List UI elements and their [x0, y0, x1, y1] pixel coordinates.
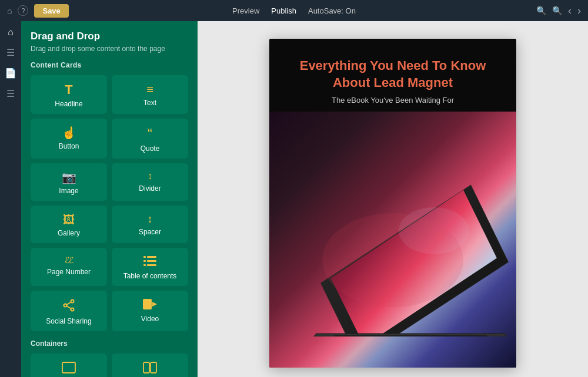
svg-rect-11: [143, 299, 152, 309]
svg-rect-2: [143, 260, 146, 262]
back-icon[interactable]: ‹: [568, 5, 572, 17]
card-divider[interactable]: ↕ Divider: [112, 163, 188, 201]
page-preview: Everything You Need To Know About Lead M…: [269, 39, 516, 368]
card-video[interactable]: Video: [112, 291, 188, 331]
rail-page-icon[interactable]: 📄: [5, 68, 16, 79]
svg-rect-15: [151, 362, 156, 373]
sidebar: Drag and Drop Drag and drop some content…: [21, 21, 198, 377]
card-headline[interactable]: T Headline: [31, 75, 107, 114]
svg-line-10: [66, 306, 71, 309]
svg-rect-3: [147, 260, 156, 262]
cover-subtitle: The eBook You've Been Waiting For: [286, 96, 500, 105]
svg-point-7: [64, 304, 67, 307]
svg-rect-13: [62, 362, 75, 373]
card-spacer-label: Spacer: [139, 228, 161, 236]
card-video-label: Video: [141, 315, 159, 323]
forward-icon[interactable]: ›: [577, 5, 581, 17]
image-icon: 📷: [62, 171, 76, 183]
preview-button[interactable]: Preview: [232, 6, 259, 15]
autosave-status: AutoSave: On: [308, 6, 356, 15]
containers-label: Containers: [31, 339, 188, 348]
social-sharing-icon: [62, 299, 75, 314]
svg-rect-4: [143, 264, 146, 266]
main-area: ⌂ ☰ 📄 ☰ Drag and Drop Drag and drop some…: [0, 21, 588, 377]
topbar: ⌂ ? Save Preview Publish AutoSave: On 🔍 …: [0, 0, 588, 21]
save-button[interactable]: Save: [34, 4, 68, 18]
cover-image-area: [269, 112, 516, 368]
card-button[interactable]: ☝ Button: [31, 119, 107, 159]
topbar-right-icons: 🔍 🔍 ‹ ›: [536, 5, 581, 17]
video-icon: [143, 299, 157, 311]
card-spacer[interactable]: ↕ Spacer: [112, 206, 188, 243]
zoom-in-icon[interactable]: 🔍: [552, 6, 562, 15]
containers-row: [31, 354, 188, 377]
container-icon-1: [62, 362, 76, 376]
home-icon[interactable]: ⌂: [7, 6, 12, 15]
card-gallery[interactable]: 🖼 Gallery: [31, 206, 107, 243]
svg-point-6: [71, 300, 74, 303]
card-table-of-contents[interactable]: Table of contents: [112, 248, 188, 286]
rail-content-icon[interactable]: ☰: [6, 88, 15, 99]
svg-rect-14: [143, 362, 149, 373]
divider-icon: ↕: [148, 171, 152, 181]
svg-point-8: [71, 308, 74, 311]
svg-marker-12: [152, 302, 157, 307]
button-icon: ☝: [62, 127, 76, 139]
card-toc-label: Table of contents: [123, 272, 177, 280]
quote-icon: “: [148, 127, 152, 141]
svg-rect-0: [143, 256, 146, 258]
gallery-icon: 🖼: [63, 214, 75, 225]
canvas: Everything You Need To Know About Lead M…: [198, 21, 588, 377]
card-image-label: Image: [59, 187, 78, 195]
card-headline-label: Headline: [55, 100, 82, 108]
topbar-left-icons: ⌂ ? Save: [7, 4, 69, 18]
publish-button[interactable]: Publish: [271, 6, 296, 15]
content-cards-label: Content Cards: [31, 61, 188, 69]
page-number-icon: ℰℰ: [65, 256, 73, 264]
container-item-2[interactable]: [112, 354, 188, 377]
sidebar-title: Drag and Drop: [31, 31, 188, 42]
rail-home-icon[interactable]: ⌂: [8, 27, 14, 38]
card-divider-label: Divider: [139, 184, 161, 193]
zoom-out-icon[interactable]: 🔍: [536, 6, 546, 15]
container-icon-2: [143, 362, 157, 376]
card-page-number[interactable]: ℰℰ Page Number: [31, 248, 107, 286]
svg-rect-1: [147, 256, 156, 258]
card-gallery-label: Gallery: [58, 229, 80, 237]
card-text-label: Text: [143, 99, 156, 107]
sidebar-subtitle: Drag and drop some content onto the page: [31, 45, 188, 53]
headline-icon: T: [65, 83, 72, 96]
cover-text-area: Everything You Need To Know About Lead M…: [269, 39, 516, 112]
card-social-sharing[interactable]: Social Sharing: [31, 291, 107, 331]
card-page-number-label: Page Number: [47, 268, 91, 276]
card-social-sharing-label: Social Sharing: [46, 317, 91, 325]
content-cards-grid: T Headline ≡ Text ☝ Button “ Quote 📷 Ima…: [31, 75, 188, 331]
card-text[interactable]: ≡ Text: [112, 75, 188, 114]
laptop-illustration: [269, 143, 516, 336]
help-icon[interactable]: ?: [18, 5, 28, 16]
card-quote-label: Quote: [141, 144, 160, 153]
svg-line-9: [66, 302, 71, 305]
svg-rect-5: [147, 264, 156, 266]
icon-rail: ⌂ ☰ 📄 ☰: [0, 21, 21, 377]
cover-title: Everything You Need To Know About Lead M…: [286, 58, 500, 91]
card-image[interactable]: 📷 Image: [31, 163, 107, 201]
spacer-icon: ↕: [148, 214, 153, 224]
svg-rect-19: [334, 335, 487, 336]
topbar-center-nav: Preview Publish AutoSave: On: [232, 6, 356, 15]
toc-icon: [143, 256, 156, 268]
text-icon: ≡: [146, 83, 153, 95]
rail-layers-icon[interactable]: ☰: [6, 47, 15, 58]
card-quote[interactable]: “ Quote: [112, 119, 188, 159]
card-button-label: Button: [59, 142, 79, 150]
svg-point-25: [399, 207, 469, 254]
container-item-1[interactable]: [31, 354, 107, 377]
